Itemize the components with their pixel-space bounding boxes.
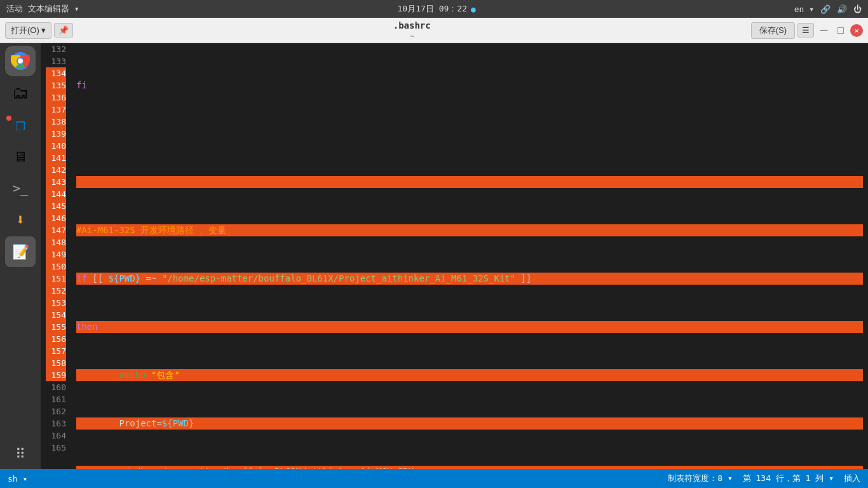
line-num-139: 139 — [46, 128, 66, 140]
datetime-label: 10月17日 09：22 — [398, 3, 467, 15]
code-line-134 — [76, 176, 863, 188]
code-content[interactable]: fi #Ai-M61-32S 开发环境路径 、变量 if [[ ${PWD} =… — [71, 43, 868, 469]
save-label: 保存(S) — [759, 25, 787, 35]
line-num-157: 157 — [46, 345, 66, 357]
insert-mode-label: 插入 — [844, 473, 860, 484]
code-line-135: #Ai-M61-32S 开发环境路径 、变量 — [76, 224, 863, 236]
minimize-button[interactable]: ─ — [817, 24, 831, 37]
maximize-button[interactable]: □ — [834, 24, 848, 37]
open-button[interactable]: 打开(O) ▾ — [5, 22, 51, 39]
sidebar-item-editor[interactable]: 📝 — [5, 236, 36, 267]
language-selector[interactable]: sh ▾ — [8, 474, 27, 484]
code-line-138: #echo "包含" — [76, 369, 863, 381]
activities-label[interactable]: 活动 — [6, 3, 23, 15]
sidebar-item-terminal[interactable]: >_ — [5, 173, 36, 203]
app-menu-arrow[interactable]: ▾ — [74, 4, 79, 13]
sound-icon: 🔊 — [837, 4, 847, 14]
pin-button[interactable]: 📌 — [54, 23, 73, 37]
line-num-152: 152 — [46, 285, 66, 297]
menu-icon: ☰ — [802, 25, 810, 35]
sidebar-item-download[interactable]: ⬇ — [5, 205, 36, 235]
sidebar-item-chrome[interactable] — [5, 46, 36, 76]
line-num-137: 137 — [46, 104, 66, 116]
line-num-136: 136 — [46, 92, 66, 104]
open-dropdown-arrow[interactable]: ▾ — [41, 25, 46, 35]
topbar-right: en ▾ 🔗 🔊 ⏻ — [794, 4, 862, 14]
line-num-135: 135 — [46, 79, 66, 92]
line-num-138: 138 — [46, 116, 66, 128]
language-dropdown-arrow[interactable]: ▾ — [22, 474, 27, 484]
line-num-144: 144 — [46, 188, 66, 200]
language-label: sh — [8, 474, 18, 484]
line-num-149: 149 — [46, 248, 66, 261]
terminal-icon: >_ — [13, 180, 28, 196]
line-num-158: 158 — [46, 357, 66, 369]
line-num-154: 154 — [46, 309, 66, 321]
sidebar-item-vscode[interactable]: ❐ — [5, 109, 36, 140]
line-num-150: 150 — [46, 261, 66, 273]
code-line-137: then — [76, 321, 863, 333]
tab-width-dropdown-arrow[interactable]: ▾ — [728, 473, 733, 483]
pin-icon: 📌 — [58, 25, 69, 35]
main-area: 🗂 ❐ 🖥 >_ ⬇ 📝 ⠿ 132 13 — [0, 43, 868, 469]
tab-width-label: 制表符宽度：8 — [668, 473, 722, 483]
editor-inner: 132 133 134 135 136 137 138 139 140 141 … — [41, 43, 868, 469]
chrome-icon — [11, 51, 30, 71]
line-num-165: 165 — [46, 442, 66, 454]
close-button[interactable]: ✕ — [850, 24, 863, 37]
menu-button[interactable]: ☰ — [797, 23, 814, 37]
code-line-133 — [76, 128, 863, 140]
sidebar-item-files[interactable]: 🗂 — [5, 78, 36, 108]
apps-icon: ⠿ — [15, 446, 25, 462]
code-line-132: fi — [76, 79, 863, 92]
position-label: 第 134 行，第 1 列 — [743, 473, 824, 483]
sidebar-item-apps[interactable]: ⠿ — [5, 438, 36, 469]
lang-indicator[interactable]: en ▾ — [794, 4, 814, 14]
files-icon: 🗂 — [12, 83, 29, 102]
line-num-146: 146 — [46, 212, 66, 224]
vscode-dot — [6, 116, 11, 121]
position-selector[interactable]: 第 134 行，第 1 列 ▾ — [743, 473, 834, 484]
save-button[interactable]: 保存(S) — [751, 22, 795, 39]
topbar-left: 活动 文本编辑器 ▾ — [6, 3, 79, 15]
line-num-151: 151 — [46, 273, 66, 285]
tab-width-selector[interactable]: 制表符宽度：8 ▾ — [668, 473, 732, 484]
network-icon: 🔗 — [820, 4, 831, 14]
line-num-155: 155 — [46, 321, 66, 333]
svg-point-3 — [18, 58, 23, 64]
line-numbers: 132 133 134 135 136 137 138 139 140 141 … — [41, 43, 71, 469]
editor[interactable]: 132 133 134 135 136 137 138 139 140 141 … — [41, 43, 868, 469]
line-num-147: 147 — [46, 224, 66, 236]
code-line-139: Project=${PWD} — [76, 417, 863, 430]
line-num-156: 156 — [46, 333, 66, 345]
line-num-161: 161 — [46, 393, 66, 405]
line-num-134: 134 — [46, 67, 66, 79]
topbar: 活动 文本编辑器 ▾ 10月17日 09：22 ● en ▾ 🔗 🔊 ⏻ — [0, 0, 868, 18]
line-num-142: 142 — [46, 164, 66, 176]
close-icon: ✕ — [854, 26, 858, 35]
line-num-163: 163 — [46, 417, 66, 430]
line-num-164: 164 — [46, 430, 66, 442]
line-num-159: 159 — [46, 369, 66, 381]
app-name-text: 文本编辑器 — [28, 4, 69, 13]
editor-icon: 📝 — [12, 244, 29, 260]
download-icon: ⬇ — [16, 211, 25, 229]
position-dropdown-arrow[interactable]: ▾ — [829, 473, 834, 483]
active-dot: ● — [471, 4, 476, 14]
vscode-icon: ❐ — [15, 115, 25, 134]
line-num-140: 140 — [46, 140, 66, 152]
minimize-icon: ─ — [820, 25, 827, 36]
line-num-160: 160 — [46, 381, 66, 393]
maximize-icon: □ — [837, 25, 844, 36]
line-num-153: 153 — [46, 297, 66, 309]
sidebar: 🗂 ❐ 🖥 >_ ⬇ 📝 ⠿ — [0, 43, 41, 469]
topbar-center: 10月17日 09：22 ● — [398, 3, 476, 15]
line-num-145: 145 — [46, 200, 66, 212]
open-button-label: 打开(O) — [11, 25, 39, 36]
line-num-143: 143 — [46, 176, 66, 188]
file-path: ~ — [410, 32, 414, 41]
sidebar-item-guiapp[interactable]: 🖥 — [5, 141, 36, 172]
filename: .bashrc — [393, 20, 431, 30]
toolbar: 打开(O) ▾ 📌 .bashrc ~ 保存(S) ☰ ─ □ ✕ — [0, 18, 868, 43]
line-num-148: 148 — [46, 236, 66, 248]
